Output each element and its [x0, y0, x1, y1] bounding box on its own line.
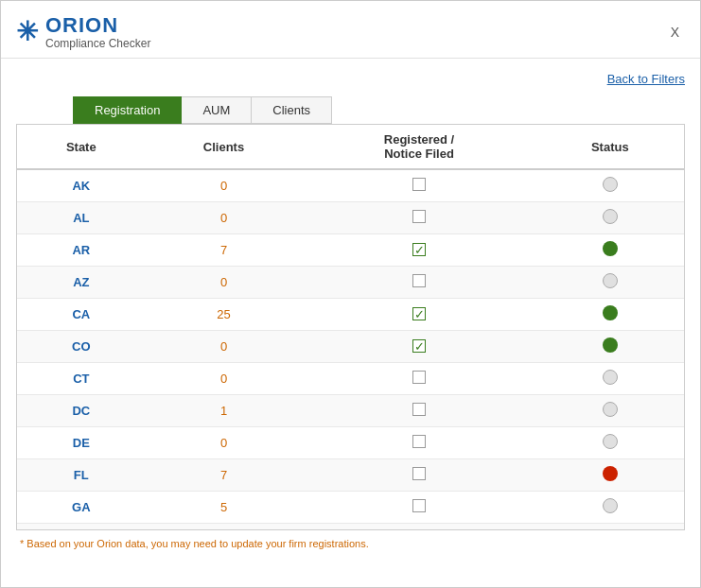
cell-registered[interactable] [302, 202, 535, 234]
cell-registered[interactable] [302, 524, 535, 531]
cell-registered[interactable] [302, 459, 535, 492]
status-green-icon [603, 305, 618, 320]
cell-status [536, 202, 684, 234]
table-row[interactable]: GU0 [17, 524, 684, 531]
back-to-filters-link[interactable]: Back to Filters [607, 72, 685, 86]
cell-state: GA [17, 492, 146, 524]
close-button[interactable]: X [665, 23, 685, 42]
cell-status [536, 395, 684, 427]
status-green-icon [603, 241, 618, 256]
table-row[interactable]: CA25✓ [17, 299, 684, 331]
col-header-state: State [17, 125, 146, 169]
cell-clients: 0 [146, 331, 303, 363]
table-row[interactable]: DC1 [17, 395, 684, 427]
cell-registered[interactable]: ✓ [302, 331, 535, 363]
footer-note: * Based on your Orion data, you may need… [16, 530, 685, 555]
cell-clients: 0 [146, 267, 303, 299]
logo-area: ✳ ORION Compliance Checker [16, 14, 150, 50]
cell-registered[interactable] [302, 363, 535, 395]
checkbox-checked-icon: ✓ [412, 339, 426, 353]
col-header-registered: Registered /Notice Filed [302, 125, 535, 169]
cell-clients: 0 [146, 427, 303, 459]
cell-clients: 1 [146, 395, 303, 427]
cell-state: AR [17, 234, 146, 267]
col-header-clients: Clients [146, 125, 303, 169]
status-red-icon [603, 466, 618, 481]
tabs-row: Registration AUM Clients [73, 96, 685, 124]
cell-clients: 25 [146, 299, 303, 331]
cell-clients: 5 [146, 492, 303, 524]
cell-clients: 0 [146, 363, 303, 395]
cell-status [536, 299, 684, 331]
cell-status [536, 363, 684, 395]
status-gray-icon [603, 177, 618, 192]
cell-state: AK [17, 169, 146, 202]
cell-status [536, 427, 684, 459]
modal-header: ✳ ORION Compliance Checker X [1, 1, 700, 59]
orion-star-icon: ✳ [16, 19, 38, 45]
table-row[interactable]: FL7 [17, 459, 684, 492]
checkbox-empty-icon [412, 403, 426, 416]
cell-state: DC [17, 395, 146, 427]
cell-status [536, 234, 684, 267]
cell-state: AL [17, 202, 146, 234]
checkbox-empty-icon [412, 178, 426, 191]
checkbox-empty-icon [412, 435, 426, 448]
status-gray-icon [603, 498, 618, 513]
table-row[interactable]: DE0 [17, 427, 684, 459]
cell-registered[interactable]: ✓ [302, 299, 535, 331]
table-row[interactable]: AK0 [17, 169, 684, 202]
modal-body: Back to Filters Registration AUM Clients… [1, 59, 700, 587]
tab-clients[interactable]: Clients [252, 96, 332, 124]
status-gray-icon [603, 209, 618, 224]
status-gray-icon [603, 402, 618, 417]
cell-registered[interactable]: ✓ [302, 234, 535, 267]
table-wrapper[interactable]: State Clients Registered /Notice Filed S… [16, 124, 685, 530]
cell-state: CA [17, 299, 146, 331]
cell-clients: 0 [146, 202, 303, 234]
table-body: AK0AL0AR7✓AZ0CA25✓CO0✓CT0DC1DE0FL7GA5GU0 [17, 169, 684, 530]
cell-state: CO [17, 331, 146, 363]
table-row[interactable]: AL0 [17, 202, 684, 234]
checkbox-checked-icon: ✓ [412, 307, 426, 320]
back-to-filters-area: Back to Filters [16, 70, 685, 87]
table-row[interactable]: CT0 [17, 363, 684, 395]
cell-clients: 7 [146, 234, 303, 267]
checkbox-empty-icon [412, 499, 426, 512]
table-row[interactable]: AZ0 [17, 267, 684, 299]
cell-registered[interactable] [302, 492, 535, 524]
table-row[interactable]: AR7✓ [17, 234, 684, 267]
app-title: ORION [45, 14, 150, 37]
table-header-row: State Clients Registered /Notice Filed S… [17, 125, 684, 169]
status-gray-icon [603, 273, 618, 288]
cell-state: DE [17, 427, 146, 459]
cell-status [536, 524, 684, 531]
status-gray-icon [603, 370, 618, 385]
checkbox-empty-icon [412, 467, 426, 480]
cell-status [536, 169, 684, 202]
cell-status [536, 267, 684, 299]
tab-registration[interactable]: Registration [73, 96, 182, 124]
cell-state: GU [17, 524, 146, 531]
status-green-icon [603, 337, 618, 353]
table-row[interactable]: CO0✓ [17, 331, 684, 363]
checkbox-empty-icon [412, 210, 426, 223]
cell-clients: 0 [146, 169, 303, 202]
state-table: State Clients Registered /Notice Filed S… [17, 125, 684, 530]
cell-registered[interactable] [302, 267, 535, 299]
cell-state: AZ [17, 267, 146, 299]
cell-status [536, 331, 684, 363]
modal-container: ✳ ORION Compliance Checker X Back to Fil… [0, 0, 701, 588]
cell-registered[interactable] [302, 169, 535, 202]
tab-aum[interactable]: AUM [182, 96, 252, 124]
cell-status [536, 492, 684, 524]
cell-registered[interactable] [302, 427, 535, 459]
table-row[interactable]: GA5 [17, 492, 684, 524]
cell-registered[interactable] [302, 395, 535, 427]
status-gray-icon [603, 434, 618, 449]
cell-state: FL [17, 459, 146, 492]
cell-clients: 0 [146, 524, 303, 531]
logo-text-area: ORION Compliance Checker [45, 14, 150, 50]
cell-clients: 7 [146, 459, 303, 492]
cell-state: CT [17, 363, 146, 395]
